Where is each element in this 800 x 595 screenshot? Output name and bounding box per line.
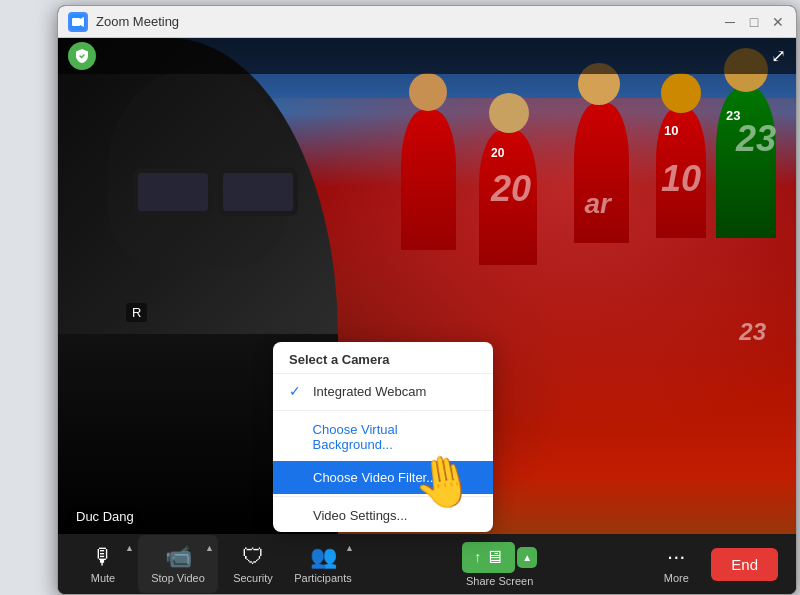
share-screen-label: Share Screen <box>466 575 533 587</box>
share-screen-icon-area: ↑ 🖥 <box>462 542 515 573</box>
virtual-bg-label: Choose Virtual Background... <box>313 422 477 452</box>
window-title: Zoom Meeting <box>96 14 722 29</box>
participants-arrow: ▲ <box>345 543 354 553</box>
stop-video-label: Stop Video <box>151 572 205 584</box>
dropdown-divider-1 <box>273 410 493 411</box>
glasses <box>113 168 313 223</box>
bottom-toolbar: 🎙 Mute ▲ 📹 Stop Video ▲ 🛡 Security 👥 Par… <box>58 534 796 594</box>
more-button[interactable]: ··· More <box>641 535 711 593</box>
window-controls[interactable]: ─ □ ✕ <box>722 14 786 30</box>
dropdown-divider-2 <box>273 496 493 497</box>
more-icon: ··· <box>667 544 685 570</box>
participants-button[interactable]: 👥 Participants ▲ <box>288 535 358 593</box>
participant-name: Duc Dang <box>68 507 142 526</box>
close-button[interactable]: ✕ <box>770 14 786 30</box>
share-arrow-btn[interactable]: ▲ <box>517 547 537 568</box>
checkmark-icon: ✓ <box>289 383 305 399</box>
mute-arrow: ▲ <box>125 543 134 553</box>
title-bar: Zoom Meeting ─ □ ✕ <box>58 6 796 38</box>
left-toolbar-section: 🎙 Mute ▲ 📹 Stop Video ▲ 🛡 Security 👥 Par… <box>68 535 358 593</box>
dropdown-item-video-filter[interactable]: Choose Video Filter... <box>273 461 493 494</box>
video-settings-label: Video Settings... <box>313 508 407 523</box>
security-icon: 🛡 <box>242 544 264 570</box>
video-arrow: ▲ <box>205 543 214 553</box>
zoom-window: Zoom Meeting ─ □ ✕ ⤢ 10 <box>57 5 797 595</box>
dropdown-header: Select a Camera <box>273 342 493 374</box>
jersey-num-10: 10 <box>661 158 701 200</box>
more-label: More <box>664 572 689 584</box>
expand-icon[interactable]: ⤢ <box>771 45 786 67</box>
player-figure-3: 23 <box>706 48 786 328</box>
jersey-num-ar: ar <box>585 188 611 220</box>
share-monitor-icon: 🖥 <box>485 547 503 568</box>
participants-label: Participants <box>294 572 351 584</box>
r-label: R <box>126 303 147 322</box>
security-button[interactable]: 🛡 Security <box>218 535 288 593</box>
right-toolbar-section: ··· More End <box>641 535 786 593</box>
player-figure-5 <box>391 68 466 318</box>
jersey-num-20: 20 <box>491 168 531 210</box>
maximize-button[interactable]: □ <box>746 14 762 30</box>
dropdown-item-webcam[interactable]: ✓ Integrated Webcam <box>273 374 493 408</box>
center-toolbar-section: ↑ 🖥 ▲ Share Screen <box>462 542 537 587</box>
video-filter-label: Choose Video Filter... <box>313 470 437 485</box>
participants-icon: 👥 <box>310 544 337 570</box>
jersey-num-23b: 23 <box>739 318 766 346</box>
share-screen-button[interactable]: ↑ 🖥 ▲ Share Screen <box>462 542 537 587</box>
end-button[interactable]: End <box>711 548 778 581</box>
webcam-label: Integrated Webcam <box>313 384 426 399</box>
security-label: Security <box>233 572 273 584</box>
dropdown-item-video-settings[interactable]: Video Settings... <box>273 499 493 532</box>
jersey-num-23a: 23 <box>736 118 776 160</box>
zoom-logo <box>68 12 88 32</box>
dropdown-item-virtual-bg[interactable]: Choose Virtual Background... <box>273 413 493 461</box>
mute-icon: 🎙 <box>92 544 114 570</box>
camera-dropdown-menu: Select a Camera ✓ Integrated Webcam Choo… <box>273 342 493 532</box>
svg-rect-2 <box>72 18 80 26</box>
mute-button[interactable]: 🎙 Mute ▲ <box>68 535 138 593</box>
mute-label: Mute <box>91 572 115 584</box>
shield-icon <box>68 42 96 70</box>
video-icon: 📹 <box>165 544 192 570</box>
minimize-button[interactable]: ─ <box>722 14 738 30</box>
zoom-top-bar: ⤢ <box>58 38 796 74</box>
share-up-icon: ↑ <box>474 549 481 565</box>
stop-video-button[interactable]: 📹 Stop Video ▲ <box>138 535 218 593</box>
